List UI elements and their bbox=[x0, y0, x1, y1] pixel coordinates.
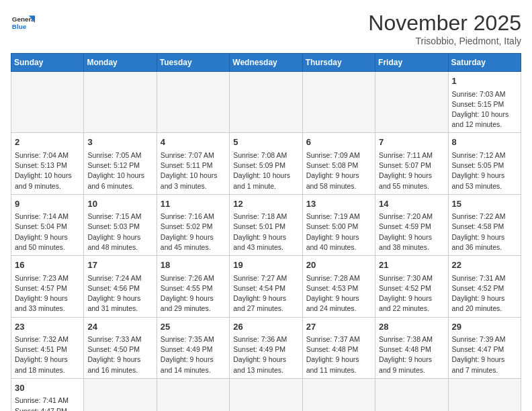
day-info: Sunset: 4:48 PM bbox=[379, 345, 444, 355]
day-info: Daylight: 9 hours and 24 minutes. bbox=[306, 293, 371, 314]
day-number: 5 bbox=[233, 136, 298, 149]
calendar-cell: 13Sunrise: 7:19 AMSunset: 5:00 PMDayligh… bbox=[302, 194, 375, 255]
day-info: Daylight: 9 hours and 22 minutes. bbox=[379, 293, 444, 314]
day-info: Sunrise: 7:14 AM bbox=[15, 212, 80, 222]
day-info: Sunrise: 7:20 AM bbox=[379, 212, 444, 222]
calendar-week-row: 23Sunrise: 7:32 AMSunset: 4:51 PMDayligh… bbox=[11, 317, 521, 378]
calendar-cell: 7Sunrise: 7:11 AMSunset: 5:07 PMDaylight… bbox=[375, 133, 448, 194]
calendar-cell: 16Sunrise: 7:23 AMSunset: 4:57 PMDayligh… bbox=[11, 256, 84, 317]
day-header-sunday: Sunday bbox=[11, 54, 84, 72]
day-number: 1 bbox=[452, 75, 517, 88]
day-info: Sunset: 4:59 PM bbox=[379, 222, 444, 232]
day-number: 2 bbox=[15, 136, 80, 149]
day-number: 25 bbox=[161, 320, 226, 334]
day-info: Sunset: 4:49 PM bbox=[161, 345, 226, 355]
day-number: 19 bbox=[233, 259, 298, 272]
day-number: 3 bbox=[87, 136, 152, 149]
day-number: 27 bbox=[306, 320, 371, 334]
day-info: Sunrise: 7:07 AM bbox=[161, 150, 226, 161]
day-info: Sunset: 4:51 PM bbox=[15, 345, 80, 355]
day-info: Sunrise: 7:39 AM bbox=[452, 334, 517, 345]
calendar-cell bbox=[84, 378, 157, 411]
calendar-cell bbox=[375, 72, 448, 133]
day-info: Sunrise: 7:15 AM bbox=[87, 212, 152, 222]
day-info: Daylight: 9 hours and 40 minutes. bbox=[306, 232, 371, 253]
day-number: 28 bbox=[379, 320, 444, 334]
day-info: Daylight: 10 hours and 12 minutes. bbox=[452, 109, 517, 130]
day-header-friday: Friday bbox=[375, 54, 448, 72]
day-number: 12 bbox=[233, 197, 298, 211]
calendar-cell bbox=[84, 72, 157, 133]
day-info: Sunrise: 7:35 AM bbox=[161, 334, 226, 345]
day-info: Sunrise: 7:38 AM bbox=[379, 334, 444, 345]
calendar-title: November 2025 bbox=[368, 11, 521, 36]
day-info: Sunrise: 7:26 AM bbox=[161, 273, 226, 283]
day-number: 7 bbox=[379, 136, 444, 149]
day-info: Daylight: 9 hours and 43 minutes. bbox=[233, 232, 298, 253]
day-info: Sunset: 4:52 PM bbox=[379, 283, 444, 293]
day-info: Sunrise: 7:41 AM bbox=[15, 396, 80, 406]
generalblue-logo-icon: General Blue bbox=[11, 11, 35, 35]
calendar-cell: 11Sunrise: 7:16 AMSunset: 5:02 PMDayligh… bbox=[157, 194, 229, 255]
day-info: Sunset: 5:01 PM bbox=[233, 222, 298, 232]
calendar-cell: 4Sunrise: 7:07 AMSunset: 5:11 PMDaylight… bbox=[157, 133, 229, 194]
day-info: Sunrise: 7:09 AM bbox=[306, 150, 371, 161]
day-info: Daylight: 9 hours and 33 minutes. bbox=[15, 293, 80, 314]
day-info: Sunrise: 7:24 AM bbox=[87, 273, 152, 283]
calendar-cell: 24Sunrise: 7:33 AMSunset: 4:50 PMDayligh… bbox=[84, 317, 157, 378]
day-number: 16 bbox=[15, 259, 80, 272]
calendar-cell: 8Sunrise: 7:12 AMSunset: 5:05 PMDaylight… bbox=[448, 133, 521, 194]
calendar-cell: 5Sunrise: 7:08 AMSunset: 5:09 PMDaylight… bbox=[230, 133, 302, 194]
calendar-cell bbox=[302, 378, 375, 411]
day-info: Sunrise: 7:18 AM bbox=[233, 212, 298, 222]
calendar-cell: 17Sunrise: 7:24 AMSunset: 4:56 PMDayligh… bbox=[84, 256, 157, 317]
calendar-cell: 23Sunrise: 7:32 AMSunset: 4:51 PMDayligh… bbox=[11, 317, 84, 378]
day-info: Sunrise: 7:33 AM bbox=[87, 334, 152, 345]
day-number: 10 bbox=[87, 197, 152, 211]
day-number: 9 bbox=[15, 197, 80, 211]
day-info: Sunrise: 7:08 AM bbox=[233, 150, 298, 161]
day-info: Daylight: 10 hours and 1 minute. bbox=[233, 171, 298, 191]
day-info: Daylight: 9 hours and 55 minutes. bbox=[379, 171, 444, 191]
day-info: Daylight: 9 hours and 53 minutes. bbox=[452, 171, 517, 191]
day-info: Sunrise: 7:28 AM bbox=[306, 273, 371, 283]
day-info: Sunset: 5:13 PM bbox=[15, 161, 80, 171]
day-header-saturday: Saturday bbox=[448, 54, 521, 72]
day-number: 15 bbox=[452, 197, 517, 211]
calendar-cell: 22Sunrise: 7:31 AMSunset: 4:52 PMDayligh… bbox=[448, 256, 521, 317]
day-info: Daylight: 9 hours and 29 minutes. bbox=[161, 293, 226, 314]
calendar-cell: 12Sunrise: 7:18 AMSunset: 5:01 PMDayligh… bbox=[230, 194, 302, 255]
day-info: Daylight: 9 hours and 48 minutes. bbox=[87, 232, 152, 253]
day-info: Sunrise: 7:11 AM bbox=[379, 150, 444, 161]
calendar-table: SundayMondayTuesdayWednesdayThursdayFrid… bbox=[11, 53, 521, 411]
calendar-header-row: SundayMondayTuesdayWednesdayThursdayFrid… bbox=[11, 54, 521, 72]
day-number: 6 bbox=[306, 136, 371, 149]
calendar-cell: 26Sunrise: 7:36 AMSunset: 4:49 PMDayligh… bbox=[230, 317, 302, 378]
day-info: Sunset: 4:48 PM bbox=[306, 345, 371, 355]
calendar-cell: 19Sunrise: 7:27 AMSunset: 4:54 PMDayligh… bbox=[230, 256, 302, 317]
calendar-cell: 3Sunrise: 7:05 AMSunset: 5:12 PMDaylight… bbox=[84, 133, 157, 194]
day-number: 29 bbox=[452, 320, 517, 334]
day-info: Daylight: 9 hours and 36 minutes. bbox=[452, 232, 517, 253]
day-number: 13 bbox=[306, 197, 371, 211]
calendar-cell: 15Sunrise: 7:22 AMSunset: 4:58 PMDayligh… bbox=[448, 194, 521, 255]
day-number: 18 bbox=[161, 259, 226, 272]
day-header-wednesday: Wednesday bbox=[230, 54, 302, 72]
day-number: 8 bbox=[452, 136, 517, 149]
calendar-body: 1Sunrise: 7:03 AMSunset: 5:15 PMDaylight… bbox=[11, 72, 521, 412]
calendar-cell: 28Sunrise: 7:38 AMSunset: 4:48 PMDayligh… bbox=[375, 317, 448, 378]
calendar-cell: 18Sunrise: 7:26 AMSunset: 4:55 PMDayligh… bbox=[157, 256, 229, 317]
calendar-cell: 2Sunrise: 7:04 AMSunset: 5:13 PMDaylight… bbox=[11, 133, 84, 194]
calendar-cell: 20Sunrise: 7:28 AMSunset: 4:53 PMDayligh… bbox=[302, 256, 375, 317]
calendar-cell bbox=[157, 378, 229, 411]
day-info: Sunrise: 7:12 AM bbox=[452, 150, 517, 161]
day-info: Daylight: 9 hours and 7 minutes. bbox=[452, 355, 517, 375]
day-header-thursday: Thursday bbox=[302, 54, 375, 72]
calendar-cell bbox=[302, 72, 375, 133]
day-info: Sunset: 4:57 PM bbox=[15, 283, 80, 293]
calendar-week-row: 1Sunrise: 7:03 AMSunset: 5:15 PMDaylight… bbox=[11, 72, 521, 133]
day-info: Daylight: 9 hours and 27 minutes. bbox=[233, 293, 298, 314]
day-info: Sunrise: 7:31 AM bbox=[452, 273, 517, 283]
day-info: Daylight: 9 hours and 11 minutes. bbox=[306, 355, 371, 375]
day-info: Sunrise: 7:22 AM bbox=[452, 212, 517, 222]
